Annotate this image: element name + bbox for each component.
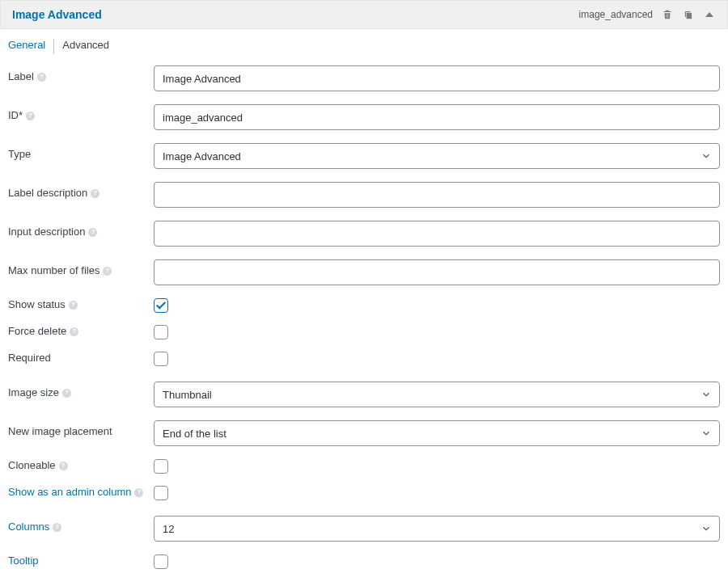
- label-text: Cloneable: [8, 459, 56, 473]
- help-icon[interactable]: ?: [37, 73, 46, 82]
- form: Label ? ID* ? Type Labe: [0, 54, 728, 586]
- label-text: Max number of files: [8, 264, 99, 278]
- tab-advanced[interactable]: Advanced: [62, 39, 117, 54]
- show-admin-column-checkbox[interactable]: [154, 486, 168, 500]
- tooltip-checkbox[interactable]: [154, 554, 168, 569]
- row-id: ID* ?: [8, 104, 720, 130]
- help-icon[interactable]: ?: [88, 228, 97, 237]
- help-icon[interactable]: ?: [53, 523, 61, 532]
- panel-header: Image Advanced image_advanced: [0, 0, 728, 29]
- label-text: Label description: [8, 187, 87, 200]
- id-input[interactable]: [154, 104, 720, 130]
- help-icon[interactable]: ?: [26, 112, 35, 120]
- label-text: Type: [8, 148, 31, 162]
- label-text: Force delete: [8, 325, 66, 339]
- label-text: New image placement: [8, 425, 112, 439]
- row-show-admin-column: Show as an admin column ?: [8, 486, 720, 503]
- image-size-select[interactable]: [154, 382, 720, 407]
- label-label: Label ?: [8, 65, 154, 84]
- type-label: Type: [8, 143, 154, 162]
- panel-id-text: image_advanced: [579, 9, 653, 20]
- help-icon[interactable]: ?: [59, 462, 68, 470]
- help-icon[interactable]: ?: [69, 301, 78, 310]
- show-status-label: Show status ?: [8, 298, 154, 312]
- label-text: Show as an admin column: [8, 486, 131, 500]
- show-status-checkbox[interactable]: [154, 298, 168, 313]
- show-admin-column-label[interactable]: Show as an admin column ?: [8, 486, 178, 500]
- required-checkbox[interactable]: [154, 352, 168, 366]
- tooltip-label[interactable]: Tooltip: [8, 554, 154, 568]
- label-text: Columns: [8, 521, 49, 534]
- help-icon[interactable]: ?: [103, 267, 112, 276]
- label-text: Input description: [8, 226, 85, 239]
- cloneable-checkbox[interactable]: [154, 459, 168, 474]
- row-show-status: Show status ?: [8, 298, 720, 315]
- new-image-placement-label: New image placement: [8, 420, 154, 439]
- tabs: General Advanced: [0, 29, 728, 54]
- columns-select[interactable]: [154, 516, 720, 542]
- label-text: Image size: [8, 386, 59, 400]
- new-image-placement-select[interactable]: [154, 420, 720, 446]
- help-icon[interactable]: ?: [134, 488, 143, 497]
- max-files-label: Max number of files ?: [8, 259, 154, 278]
- label-description-input[interactable]: [154, 182, 720, 208]
- row-force-delete: Force delete ?: [8, 325, 720, 342]
- help-icon[interactable]: ?: [70, 327, 78, 336]
- max-files-input[interactable]: [154, 259, 720, 285]
- force-delete-checkbox[interactable]: [154, 325, 168, 339]
- tab-general[interactable]: General: [8, 39, 54, 54]
- type-select[interactable]: [154, 143, 720, 169]
- help-icon[interactable]: ?: [91, 189, 99, 198]
- trash-icon[interactable]: [661, 8, 674, 21]
- label-text: ID*: [8, 109, 23, 123]
- input-description-input[interactable]: [154, 221, 720, 247]
- label-input[interactable]: [154, 65, 720, 91]
- id-label: ID* ?: [8, 104, 154, 123]
- panel-actions: image_advanced: [579, 8, 716, 21]
- label-text: Required: [8, 352, 51, 365]
- force-delete-label: Force delete ?: [8, 325, 154, 339]
- duplicate-icon[interactable]: [682, 8, 695, 21]
- cloneable-label: Cloneable ?: [8, 459, 154, 473]
- row-required: Required: [8, 352, 720, 369]
- row-type: Type: [8, 143, 720, 169]
- image-size-label: Image size ?: [8, 382, 154, 400]
- input-description-label: Input description ?: [8, 221, 154, 239]
- row-new-image-placement: New image placement: [8, 420, 720, 446]
- required-label: Required: [8, 352, 154, 365]
- panel-title: Image Advanced: [12, 8, 102, 21]
- row-label-description: Label description ?: [8, 182, 720, 208]
- row-cloneable: Cloneable ?: [8, 459, 720, 476]
- columns-label[interactable]: Columns ?: [8, 516, 154, 534]
- row-label: Label ?: [8, 65, 720, 91]
- help-icon[interactable]: ?: [62, 389, 71, 398]
- row-tooltip: Tooltip: [8, 554, 720, 571]
- row-image-size: Image size ?: [8, 382, 720, 407]
- row-input-description: Input description ?: [8, 221, 720, 247]
- row-max-files: Max number of files ?: [8, 259, 720, 285]
- collapse-icon[interactable]: [703, 8, 716, 21]
- label-text: Tooltip: [8, 554, 39, 568]
- row-columns: Columns ?: [8, 516, 720, 542]
- label-text: Label: [8, 70, 34, 84]
- label-text: Show status: [8, 298, 66, 312]
- label-description-label: Label description ?: [8, 182, 154, 200]
